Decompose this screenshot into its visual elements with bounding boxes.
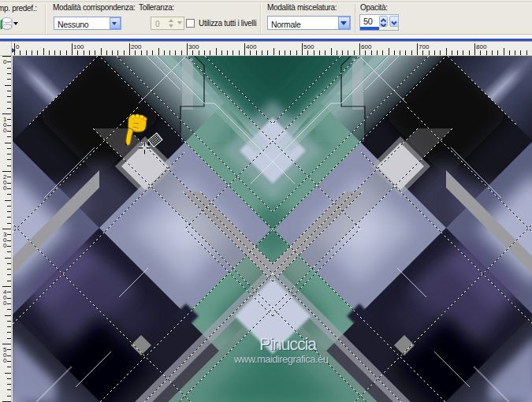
svg-text:www.maidiregrafica.eu: www.maidiregrafica.eu xyxy=(233,353,329,365)
svg-text:Pinuccia: Pinuccia xyxy=(259,335,317,354)
